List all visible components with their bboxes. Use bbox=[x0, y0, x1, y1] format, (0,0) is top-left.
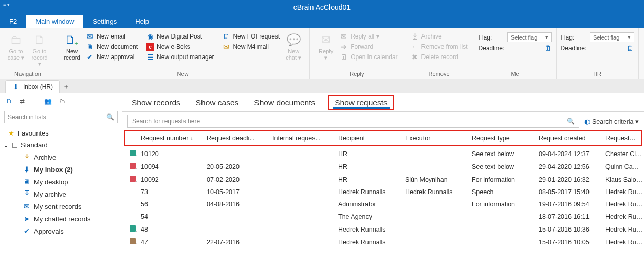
me-flag-select[interactable]: Select flag▾ bbox=[507, 32, 552, 42]
col-request-creator[interactable]: Request creat bbox=[601, 131, 641, 145]
star-icon: ★ bbox=[8, 129, 14, 137]
col-request-number[interactable]: Request number↓ bbox=[137, 131, 203, 145]
cell-internal bbox=[268, 223, 334, 236]
col-recipient[interactable]: Recipient bbox=[334, 131, 401, 145]
cell-number: 10094 bbox=[137, 160, 203, 173]
table-header-row: Request number↓ Request deadli... Intern… bbox=[125, 131, 641, 145]
table-row[interactable]: 1009420-05-2020HRSee text below29-04-202… bbox=[125, 160, 644, 173]
cell-type: For information bbox=[468, 173, 535, 186]
group-label-remove: Remove bbox=[409, 70, 470, 79]
new-approval-button[interactable]: ✔New approval bbox=[84, 52, 140, 62]
group-remove: 🗄Archive ←Remove from list ✖Delete recor… bbox=[404, 28, 474, 79]
menu-help[interactable]: Help bbox=[126, 15, 158, 28]
sidebar: 🗋 ⇄ ≣ 👥 🗁 Search in lists 🔍 ★Favourites … bbox=[0, 93, 122, 267]
table-row[interactable]: 48Hedrek Runnalls15-07-2016 10:36Hedrek … bbox=[125, 223, 644, 236]
goto-record-button: 🗋 Go to record ▾ bbox=[28, 30, 51, 70]
new-foi-button[interactable]: 🗎New FOI request bbox=[220, 32, 282, 41]
view-lists-icon[interactable]: ≣ bbox=[32, 98, 37, 105]
table-row[interactable]: 54The Agency18-07-2016 16:11Hedrek Runna bbox=[125, 211, 644, 223]
viewtab-records[interactable]: Show records bbox=[130, 95, 182, 110]
view-records-icon[interactable]: 🗋 bbox=[6, 98, 12, 105]
view-cases-icon[interactable]: 🗁 bbox=[59, 98, 65, 105]
menu-main-window[interactable]: Main window bbox=[26, 15, 83, 28]
case-icon: 🗀 bbox=[8, 32, 24, 48]
chat-icon: ➤ bbox=[23, 215, 31, 223]
row-status-icon bbox=[130, 238, 136, 244]
table-row[interactable]: 4722-07-2016Hedrek Runnalls15-07-2016 10… bbox=[125, 236, 644, 249]
col-executor[interactable]: Executor bbox=[401, 131, 468, 145]
cell-executor bbox=[401, 198, 468, 211]
viewtab-cases[interactable]: Show cases bbox=[194, 95, 241, 110]
tree-archive[interactable]: 🗄Archive bbox=[0, 151, 122, 163]
search-lists-input[interactable]: Search in lists 🔍 bbox=[4, 111, 118, 123]
requests-table: Request number↓ Request deadli... Intern… bbox=[125, 131, 641, 145]
inbox-hr-tab[interactable]: ⬇ Inbox (HR) bbox=[5, 80, 60, 93]
new-output-manager-button[interactable]: ☰New output manager bbox=[144, 52, 216, 62]
cell-created: 29-01-2020 16:32 bbox=[535, 173, 601, 186]
menu-bar: F2 Main window Settings Help bbox=[0, 14, 644, 28]
table-row[interactable]: 5604-08-2016AdministratorFor information… bbox=[125, 198, 644, 211]
tree-my-inbox[interactable]: ⬇My inbox (2) bbox=[0, 163, 122, 176]
cell-number: 48 bbox=[137, 223, 203, 236]
viewtab-documents[interactable]: Show documents bbox=[252, 95, 317, 110]
hr-flag-select[interactable]: Select flag▾ bbox=[590, 32, 634, 42]
col-request-created[interactable]: Request created bbox=[535, 131, 601, 145]
cell-recipient: Hedrek Runnalls bbox=[334, 236, 401, 249]
inbox-icon: ⬇ bbox=[12, 83, 20, 91]
col-icon[interactable] bbox=[125, 131, 137, 145]
view-contacts-icon[interactable]: 👥 bbox=[44, 98, 52, 105]
open-calendar-button: 🗓Open in calendar bbox=[338, 52, 399, 62]
new-record-button[interactable]: 🗋＋ New record bbox=[60, 30, 84, 70]
tree-standard[interactable]: ⌄Standard bbox=[0, 139, 122, 151]
tree-approvals[interactable]: ✔Approvals bbox=[0, 225, 122, 237]
tree-my-desktop[interactable]: 🖥My desktop bbox=[0, 176, 122, 188]
cell-number: 56 bbox=[137, 198, 203, 211]
col-internal-request[interactable]: Internal reques... bbox=[268, 131, 334, 145]
chevron-down-icon: ⌄ bbox=[3, 141, 9, 149]
tree-my-chatted[interactable]: ➤My chatted records bbox=[0, 213, 122, 225]
tree-my-archive[interactable]: 🗄My archive bbox=[0, 188, 122, 200]
forward-button: ➔Forward bbox=[338, 42, 399, 51]
row-status-icon bbox=[130, 176, 136, 182]
new-tab-button[interactable]: ＋ bbox=[60, 81, 73, 93]
search-requests-input[interactable]: Search for requests here 🔍 bbox=[127, 115, 579, 128]
app-title: cBrain AcCloud01 bbox=[293, 3, 351, 11]
calendar-picker-icon[interactable]: 🗓 bbox=[626, 44, 634, 52]
new-eboks-button[interactable]: eNew e-Boks bbox=[144, 42, 216, 51]
table-row[interactable]: 7310-05-2017Hedrek RunnallsHedrek Runnal… bbox=[125, 186, 644, 198]
tree-my-sent[interactable]: ✉My sent records bbox=[0, 200, 122, 213]
calendar-picker-icon[interactable]: 🗓 bbox=[544, 44, 552, 52]
reply-button: ✉ Reply ▾ bbox=[314, 30, 338, 70]
group-label-hr: HR bbox=[561, 70, 634, 79]
new-digital-post-button[interactable]: ◉New Digital Post bbox=[144, 32, 216, 41]
cell-created: 18-07-2016 16:11 bbox=[535, 211, 601, 223]
row-status-icon bbox=[130, 150, 136, 156]
menu-settings[interactable]: Settings bbox=[83, 15, 126, 28]
reply-icon: ✉ bbox=[318, 32, 334, 48]
col-request-deadline[interactable]: Request deadli... bbox=[203, 131, 268, 145]
table-row[interactable]: 1009207-02-2020HRSiún MoynihanFor inform… bbox=[125, 173, 644, 186]
menu-f2[interactable]: F2 bbox=[0, 15, 26, 28]
group-me: Flag:Select flag▾ Deadline:🗓 Me bbox=[474, 28, 557, 79]
eboks-icon: e bbox=[146, 43, 154, 51]
group-label-navigation: Navigation bbox=[4, 70, 51, 79]
delete-icon: ✖ bbox=[411, 53, 419, 61]
cell-number: 54 bbox=[137, 211, 203, 223]
new-email-button[interactable]: ✉New email bbox=[84, 32, 140, 41]
new-m4-button[interactable]: ✉New M4 mail bbox=[220, 42, 282, 51]
foi-icon: 🗎 bbox=[222, 32, 230, 41]
col-request-type[interactable]: Request type bbox=[468, 131, 535, 145]
new-document-button[interactable]: 🗎New document bbox=[84, 42, 140, 51]
archive-icon: 🗄 bbox=[411, 32, 419, 41]
table-row[interactable]: 10120HRSee text below09-04-2024 12:37Che… bbox=[125, 147, 644, 160]
ribbon: 🗀 Go to case ▾ 🗋 Go to record ▾ Navigati… bbox=[0, 28, 644, 79]
cell-recipient: HR bbox=[334, 160, 401, 173]
cell-created: 09-04-2024 12:37 bbox=[535, 147, 601, 160]
archive-button: 🗄Archive bbox=[409, 32, 470, 41]
search-criteria-button[interactable]: ◐ Search criteria ▾ bbox=[584, 118, 639, 125]
viewtab-requests[interactable]: Show requests bbox=[328, 95, 394, 110]
cell-executor bbox=[401, 236, 468, 249]
tree-favourites[interactable]: ★Favourites bbox=[0, 127, 122, 139]
new-record-icon: 🗋＋ bbox=[64, 32, 80, 48]
view-chats-icon[interactable]: ⇄ bbox=[20, 98, 25, 105]
